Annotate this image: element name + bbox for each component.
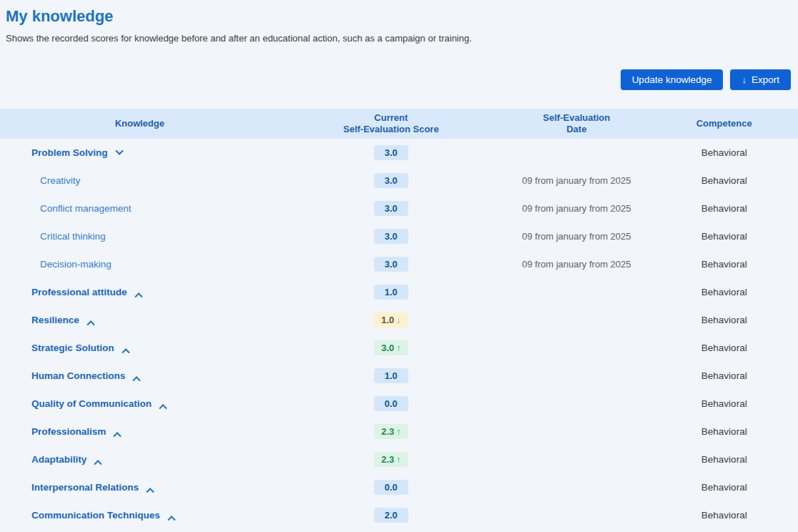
row-label[interactable]: Problem Solving <box>31 147 108 158</box>
table-row: Adaptability 2.3 ↑ Behavioral <box>0 445 798 473</box>
chevron-up-icon[interactable] <box>133 376 141 384</box>
score-badge: 1.0 <box>374 368 408 383</box>
header-score-line2: Self-Evaluation Score <box>343 124 439 134</box>
row-label[interactable]: Critical thinking <box>40 231 106 242</box>
knowledge-cell: Professionalism <box>0 426 280 437</box>
table-row: Professional attitude 1.0 Behavioral <box>0 278 798 306</box>
score-badge: 2.3 ↑ <box>374 452 408 467</box>
update-knowledge-label: Update knowledge <box>632 74 712 85</box>
update-knowledge-button[interactable]: Update knowledge <box>621 69 724 90</box>
row-label[interactable]: Conflict management <box>40 203 132 214</box>
export-label: Export <box>752 74 779 85</box>
chevron-up-icon[interactable] <box>114 432 122 440</box>
score-cell: 2.0 <box>280 508 503 523</box>
score-badge: 3.0 <box>374 145 408 160</box>
row-competence: Behavioral <box>651 315 798 325</box>
trend-down-icon: ↓ <box>396 315 400 325</box>
knowledge-table: Knowledge Current Self-Evaluation Score … <box>0 109 798 529</box>
row-label[interactable]: Human Connections <box>31 370 125 381</box>
score-badge: 1.0 <box>374 285 408 300</box>
row-label[interactable]: Professional attitude <box>31 287 127 297</box>
export-button[interactable]: ↓ Export <box>730 69 791 90</box>
knowledge-cell: Strategic Solution <box>0 343 280 353</box>
chevron-up-icon[interactable] <box>159 404 167 412</box>
row-competence: Behavioral <box>651 482 798 493</box>
row-label[interactable]: Professionalism <box>31 426 106 437</box>
score-badge: 2.0 <box>374 508 408 523</box>
table-body: Problem Solving 3.0 Behavioral Creativit… <box>0 139 798 529</box>
knowledge-cell: Conflict management <box>0 203 280 214</box>
table-row: Critical thinking 3.0 09 from january fr… <box>0 222 798 250</box>
header-score-line1: Current <box>374 112 408 123</box>
score-badge: 3.0 <box>374 201 408 216</box>
trend-up-icon: ↑ <box>396 343 400 353</box>
row-date: 09 from january from 2025 <box>503 231 650 242</box>
chevron-up-icon[interactable] <box>122 348 129 356</box>
my-knowledge-page: My knowledge Shows the recorded scores f… <box>0 0 798 532</box>
row-label[interactable]: Adaptability <box>31 454 87 465</box>
knowledge-cell: Quality of Communication <box>0 398 280 409</box>
row-date: 09 from january from 2025 <box>503 259 650 270</box>
row-label[interactable]: Decision-making <box>40 259 112 270</box>
row-competence: Behavioral <box>651 398 798 409</box>
chevron-up-icon[interactable] <box>167 516 175 523</box>
header-date-line2: Date <box>566 124 586 134</box>
knowledge-cell: Creativity <box>0 175 280 186</box>
score-cell: 2.3 ↑ <box>280 452 503 467</box>
page-title: My knowledge <box>0 0 798 26</box>
score-value: 2.0 <box>385 510 398 521</box>
knowledge-cell: Decision-making <box>0 259 280 270</box>
chevron-up-icon[interactable] <box>94 460 102 468</box>
score-cell: 3.0 <box>280 145 503 160</box>
row-competence: Behavioral <box>651 147 798 158</box>
download-arrow-icon: ↓ <box>742 75 747 84</box>
score-value: 3.0 <box>381 343 394 353</box>
score-cell: 3.0 <box>280 173 503 188</box>
row-competence: Behavioral <box>651 426 798 437</box>
score-value: 3.0 <box>385 259 398 270</box>
score-badge: 2.3 ↑ <box>374 424 408 439</box>
score-cell: 1.0 <box>280 285 503 300</box>
row-competence: Behavioral <box>651 231 798 242</box>
score-value: 1.0 <box>385 370 398 381</box>
row-competence: Behavioral <box>651 343 798 353</box>
header-date-line1: Self-Evaluation <box>543 112 610 123</box>
chevron-up-icon[interactable] <box>146 488 154 496</box>
trend-up-icon: ↑ <box>396 427 400 437</box>
knowledge-cell: Critical thinking <box>0 231 280 242</box>
row-competence: Behavioral <box>651 175 798 186</box>
table-row: Resilience 1.0 ↓ Behavioral <box>0 306 798 334</box>
chevron-up-icon[interactable] <box>134 292 142 300</box>
score-badge: 3.0 ↑ <box>374 340 408 355</box>
row-date: 09 from january from 2025 <box>503 175 650 186</box>
score-cell: 3.0 <box>280 257 503 272</box>
score-badge: 3.0 <box>374 257 408 272</box>
score-cell: 0.0 <box>280 396 503 411</box>
score-badge: 0.0 <box>374 480 408 495</box>
row-label[interactable]: Communication Techniques <box>31 510 160 521</box>
header-knowledge: Knowledge <box>0 118 280 129</box>
row-label[interactable]: Creativity <box>40 175 80 186</box>
score-cell: 3.0 <box>280 201 503 216</box>
chevron-down-icon[interactable] <box>115 147 123 154</box>
knowledge-cell: Human Connections <box>0 370 280 381</box>
table-header-row: Knowledge Current Self-Evaluation Score … <box>0 109 798 139</box>
score-cell: 0.0 <box>280 480 503 495</box>
table-row: Problem Solving 3.0 Behavioral <box>0 139 798 167</box>
score-value: 1.0 <box>381 315 394 325</box>
table-row: Professionalism 2.3 ↑ Behavioral <box>0 418 798 445</box>
row-label[interactable]: Quality of Communication <box>31 398 152 409</box>
row-label[interactable]: Resilience <box>31 315 79 325</box>
header-competence: Competence <box>651 118 798 129</box>
score-badge: 3.0 <box>374 173 408 188</box>
score-value: 0.0 <box>385 482 398 493</box>
score-cell: 3.0 ↑ <box>280 340 503 355</box>
row-date: 09 from january from 2025 <box>503 203 650 214</box>
row-label[interactable]: Strategic Solution <box>31 343 114 353</box>
chevron-up-icon[interactable] <box>87 320 94 328</box>
table-row: Interpersonal Relations 0.0 Behavioral <box>0 473 798 501</box>
table-row: Quality of Communication 0.0 Behavioral <box>0 390 798 418</box>
toolbar: Update knowledge ↓ Export <box>0 44 798 90</box>
row-label[interactable]: Interpersonal Relations <box>31 482 139 493</box>
page-subtitle: Shows the recorded scores for knowledge … <box>0 26 798 44</box>
